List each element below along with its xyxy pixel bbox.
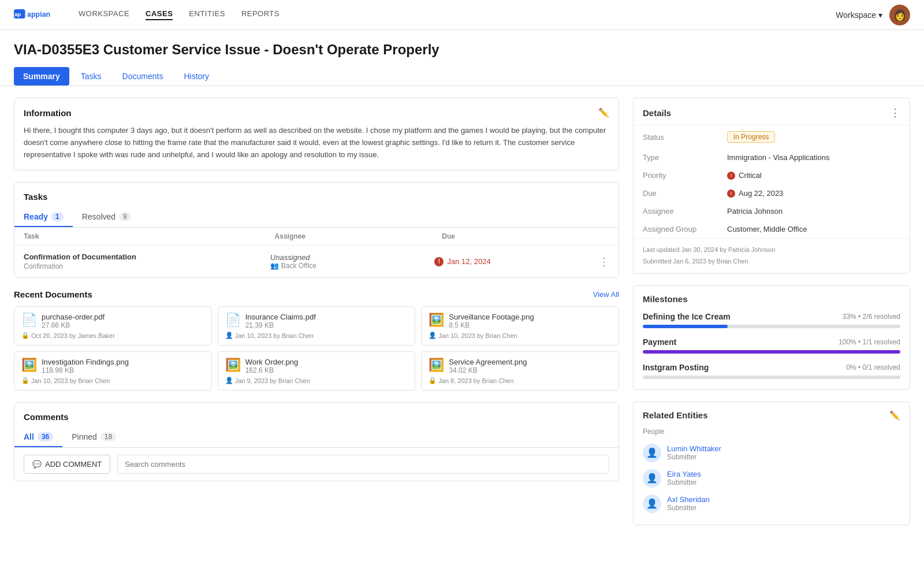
nav-reports[interactable]: REPORTS — [241, 9, 280, 20]
view-all-link[interactable]: View All — [593, 290, 619, 299]
details-more-icon[interactable]: ⋮ — [890, 106, 900, 119]
task-tab-resolved[interactable]: Resolved 9 — [73, 207, 140, 227]
page-title-area: VIA-D0355E3 Customer Service Issue - Doe… — [0, 30, 924, 58]
type-label: Type — [643, 153, 718, 162]
group-label: Assigned Group — [643, 225, 718, 233]
page-title: VIA-D0355E3 Customer Service Issue - Doe… — [14, 42, 910, 58]
comment-search-input[interactable] — [117, 455, 609, 474]
pdf-icon: 📄 — [21, 313, 37, 328]
right-column: Details ⋮ Status In Progress Type Immigr… — [633, 98, 910, 525]
critical-dot: ! — [727, 172, 735, 180]
add-comment-button[interactable]: 💬 ADD COMMENT — [24, 455, 110, 474]
png-icon: 🖼️ — [429, 358, 444, 373]
person-name[interactable]: Axl Sheridan — [667, 495, 710, 504]
tab-tasks[interactable]: Tasks — [72, 67, 111, 86]
milestone-bar-fill — [643, 325, 728, 328]
task-tab-ready[interactable]: Ready 1 — [14, 207, 73, 227]
detail-row-priority: Priority ! Critical — [634, 166, 910, 184]
nav-links: WORKSPACE CASES ENTITIES REPORTS — [79, 9, 836, 20]
task-name: Confirmation of Documentation — [24, 252, 270, 261]
milestones-card: Milestones Defining the Ice Cream 33% • … — [633, 285, 910, 390]
doc-meta: 👤 Jan 10, 2023 by Brian Chen — [429, 332, 612, 339]
milestone-bar-bg — [643, 350, 900, 354]
tasks-title: Tasks — [24, 192, 47, 202]
list-item: 🖼️ Work Order.png 162.6 KB 👤 Jan 9, 2023… — [218, 351, 416, 391]
milestone-name: Payment — [643, 337, 676, 347]
information-edit-icon[interactable]: ✏️ — [598, 107, 609, 118]
lock-icon: 🔒 — [429, 377, 437, 384]
task-assignee: Unassigned 👥 Back Office — [270, 253, 435, 270]
milestone-header: Instgram Posting 0% • 0/1 resolved — [643, 363, 900, 372]
comments-tabs: All 36 Pinned 18 — [14, 428, 619, 448]
png-icon: 🖼️ — [21, 358, 37, 373]
related-entities-card: Related Entities ✏️ People 👤 Lumin Whitt… — [633, 402, 910, 525]
documents-section: Recent Documents View All 📄 purchase-ord… — [14, 289, 619, 391]
tabs-bar: Summary Tasks Documents History — [0, 58, 924, 86]
workspace-label: Workspace — [836, 10, 876, 20]
svg-text:ap: ap — [14, 11, 21, 17]
comment-tab-all[interactable]: All 36 — [14, 428, 62, 447]
nav-cases[interactable]: CASES — [146, 9, 173, 20]
tasks-tabs: Ready 1 Resolved 9 — [14, 207, 619, 228]
milestone-header: Payment 100% • 1/1 resolved — [643, 337, 900, 347]
milestone-bar-bg — [643, 325, 900, 328]
related-edit-icon[interactable]: ✏️ — [889, 410, 900, 421]
list-item: 🖼️ Service Agreement.png 34.02 KB 🔒 Jan … — [421, 351, 619, 391]
tab-documents[interactable]: Documents — [113, 67, 173, 86]
information-card: Information ✏️ Hi there, I bought this c… — [14, 98, 619, 170]
comments-title-area: Comments — [14, 403, 619, 422]
nav-right: Workspace ▾ 👩 — [836, 5, 910, 25]
doc-size: 27.66 KB — [42, 321, 105, 329]
tab-summary[interactable]: Summary — [14, 67, 69, 86]
png-icon: 🖼️ — [225, 358, 241, 373]
col-due: Due — [442, 232, 609, 240]
overdue-icon: ! — [434, 257, 444, 266]
information-title: Information — [24, 108, 72, 118]
tab-history[interactable]: History — [174, 67, 218, 86]
top-nav: ap appian WORKSPACE CASES ENTITIES REPOR… — [0, 0, 924, 30]
pinned-count-badge: 18 — [100, 432, 116, 441]
documents-title: Recent Documents — [14, 289, 92, 299]
tasks-section: Tasks Ready 1 Resolved 9 Task Assignee D… — [14, 182, 619, 278]
comment-tab-pinned[interactable]: Pinned 18 — [62, 428, 125, 447]
user-avatar[interactable]: 👩 — [889, 5, 910, 25]
doc-size: 21.39 KB — [245, 321, 316, 329]
assignee-label: Assignee — [643, 207, 718, 216]
priority-value: ! Critical — [727, 171, 762, 180]
lock-icon: 🔒 — [21, 377, 29, 384]
task-due: ! Jan 12, 2024 — [434, 257, 599, 266]
list-item: 🖼️ Surveillance Footage.png 8.5 KB 👤 Jan… — [421, 306, 619, 346]
svg-text:appian: appian — [27, 10, 50, 18]
person-row: 👤 Axl Sheridan Submitter — [643, 491, 900, 517]
avatar: 👤 — [643, 444, 661, 462]
detail-row-group: Assigned Group Customer, Middle Office — [634, 220, 910, 239]
list-item: 📄 purchase-order.pdf 27.66 KB 🔒 Oct 20, … — [14, 306, 212, 346]
details-meta: Last updated Jan 30, 2024 by Patricia Jo… — [634, 239, 910, 273]
appian-logo[interactable]: ap appian — [14, 6, 60, 24]
detail-row-status: Status In Progress — [634, 125, 910, 148]
comment-bubble-icon: 💬 — [32, 460, 42, 469]
last-updated: Last updated Jan 30, 2024 by Patricia Jo… — [643, 244, 900, 256]
milestone-item: Payment 100% • 1/1 resolved — [643, 337, 900, 354]
share-icon: 👤 — [225, 377, 233, 384]
detail-row-assignee: Assignee Patricia Johnson — [634, 202, 910, 220]
person-name[interactable]: Lumin Whittaker — [667, 444, 721, 453]
related-header: Related Entities ✏️ — [643, 410, 900, 421]
milestones-title: Milestones — [643, 294, 900, 304]
workspace-button[interactable]: Workspace ▾ — [836, 10, 882, 20]
person-row: 👤 Eira Yates Submitter — [643, 466, 900, 491]
milestone-item: Instgram Posting 0% • 0/1 resolved — [643, 363, 900, 379]
person-name[interactable]: Eira Yates — [667, 470, 701, 478]
comments-actions: 💬 ADD COMMENT — [14, 448, 619, 481]
nav-entities[interactable]: ENTITIES — [189, 9, 225, 20]
group-icon: 👥 — [270, 262, 279, 270]
people-section-label: People — [643, 428, 900, 436]
status-label: Status — [643, 133, 718, 142]
doc-meta: 🔒 Jan 8, 2023 by Brian Chen — [429, 377, 612, 384]
doc-size: 34.02 KB — [449, 366, 527, 374]
milestone-name: Instgram Posting — [643, 363, 709, 372]
assignee-value: Patricia Johnson — [727, 207, 783, 216]
doc-size: 162.6 KB — [245, 366, 299, 374]
task-more-icon[interactable]: ⋮ — [599, 255, 609, 268]
nav-workspace[interactable]: WORKSPACE — [79, 9, 129, 20]
